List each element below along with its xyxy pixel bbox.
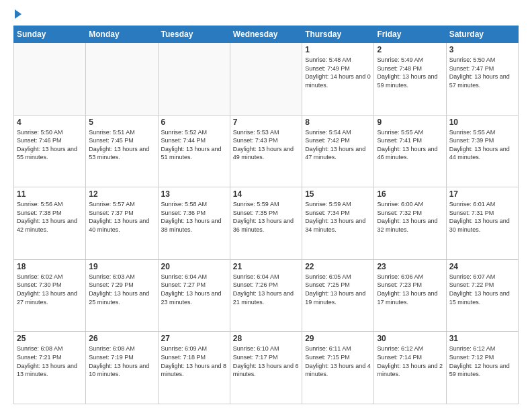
calendar-cell: 14Sunrise: 5:59 AMSunset: 7:35 PMDayligh…: [230, 187, 302, 260]
calendar-cell: 21Sunrise: 6:04 AMSunset: 7:26 PMDayligh…: [230, 259, 302, 332]
day-number: 17: [449, 189, 515, 199]
calendar-cell: 26Sunrise: 6:08 AMSunset: 7:19 PMDayligh…: [86, 332, 158, 404]
week-row-1: 4Sunrise: 5:50 AMSunset: 7:46 PMDaylight…: [14, 115, 519, 187]
calendar-cell: 9Sunrise: 5:55 AMSunset: 7:41 PMDaylight…: [374, 115, 446, 187]
calendar-cell: 13Sunrise: 5:58 AMSunset: 7:36 PMDayligh…: [158, 187, 230, 260]
calendar-cell: 15Sunrise: 5:59 AMSunset: 7:34 PMDayligh…: [302, 187, 374, 260]
day-info: Sunrise: 6:06 AMSunset: 7:23 PMDaylight:…: [377, 273, 443, 306]
day-number: 16: [377, 189, 443, 199]
day-header-tuesday: Tuesday: [158, 26, 230, 43]
day-number: 18: [17, 262, 83, 271]
day-number: 26: [89, 334, 154, 343]
day-info: Sunrise: 6:00 AMSunset: 7:32 PMDaylight:…: [377, 200, 443, 234]
calendar-cell: [158, 43, 230, 116]
logo: [13, 12, 21, 19]
day-number: 28: [233, 334, 299, 343]
page: SundayMondayTuesdayWednesdayThursdayFrid…: [0, 0, 532, 411]
day-header-wednesday: Wednesday: [230, 26, 302, 43]
day-info: Sunrise: 5:48 AMSunset: 7:49 PMDaylight:…: [305, 56, 371, 89]
day-info: Sunrise: 5:55 AMSunset: 7:41 PMDaylight:…: [377, 128, 443, 162]
calendar-cell: 11Sunrise: 5:56 AMSunset: 7:38 PMDayligh…: [14, 187, 86, 260]
day-number: 9: [377, 118, 443, 127]
day-info: Sunrise: 6:12 AMSunset: 7:12 PMDaylight:…: [449, 345, 515, 378]
day-number: 7: [233, 118, 299, 127]
day-number: 12: [89, 189, 154, 199]
calendar-cell: 16Sunrise: 6:00 AMSunset: 7:32 PMDayligh…: [374, 187, 446, 260]
day-number: 14: [233, 189, 299, 199]
calendar-cell: 3Sunrise: 5:50 AMSunset: 7:47 PMDaylight…: [446, 43, 518, 116]
day-number: 6: [161, 118, 227, 127]
day-header-friday: Friday: [374, 26, 446, 43]
day-info: Sunrise: 5:50 AMSunset: 7:47 PMDaylight:…: [449, 56, 515, 89]
calendar-cell: 19Sunrise: 6:03 AMSunset: 7:29 PMDayligh…: [86, 259, 158, 332]
day-number: 8: [305, 118, 371, 127]
calendar-cell: 10Sunrise: 5:55 AMSunset: 7:39 PMDayligh…: [446, 115, 518, 187]
day-info: Sunrise: 6:10 AMSunset: 7:17 PMDaylight:…: [233, 345, 299, 378]
day-number: 21: [233, 262, 299, 271]
day-info: Sunrise: 5:58 AMSunset: 7:36 PMDaylight:…: [161, 200, 227, 234]
day-info: Sunrise: 6:05 AMSunset: 7:25 PMDaylight:…: [305, 273, 371, 306]
day-number: 24: [449, 262, 515, 271]
calendar-cell: [230, 43, 302, 116]
day-header-saturday: Saturday: [446, 26, 518, 43]
day-info: Sunrise: 6:09 AMSunset: 7:18 PMDaylight:…: [161, 345, 227, 378]
day-number: 1: [305, 45, 371, 54]
day-info: Sunrise: 5:55 AMSunset: 7:39 PMDaylight:…: [449, 128, 515, 162]
day-number: 27: [161, 334, 227, 343]
day-number: 19: [89, 262, 154, 271]
day-number: 20: [161, 262, 227, 271]
calendar-cell: 31Sunrise: 6:12 AMSunset: 7:12 PMDayligh…: [446, 332, 518, 404]
day-number: 4: [17, 118, 83, 127]
day-info: Sunrise: 5:53 AMSunset: 7:43 PMDaylight:…: [233, 128, 299, 162]
day-number: 10: [449, 118, 515, 127]
calendar-cell: 18Sunrise: 6:02 AMSunset: 7:30 PMDayligh…: [14, 259, 86, 332]
day-number: 30: [377, 334, 443, 343]
day-info: Sunrise: 6:04 AMSunset: 7:26 PMDaylight:…: [233, 273, 299, 306]
day-number: 2: [377, 45, 443, 54]
calendar-cell: 7Sunrise: 5:53 AMSunset: 7:43 PMDaylight…: [230, 115, 302, 187]
day-info: Sunrise: 6:11 AMSunset: 7:15 PMDaylight:…: [305, 345, 371, 378]
calendar-cell: 8Sunrise: 5:54 AMSunset: 7:42 PMDaylight…: [302, 115, 374, 187]
calendar-cell: [86, 43, 158, 116]
day-info: Sunrise: 5:52 AMSunset: 7:44 PMDaylight:…: [161, 128, 227, 162]
week-row-4: 25Sunrise: 6:08 AMSunset: 7:21 PMDayligh…: [14, 332, 519, 404]
calendar-cell: 23Sunrise: 6:06 AMSunset: 7:23 PMDayligh…: [374, 259, 446, 332]
calendar-cell: 4Sunrise: 5:50 AMSunset: 7:46 PMDaylight…: [14, 115, 86, 187]
calendar-cell: 27Sunrise: 6:09 AMSunset: 7:18 PMDayligh…: [158, 332, 230, 404]
calendar-cell: 22Sunrise: 6:05 AMSunset: 7:25 PMDayligh…: [302, 259, 374, 332]
calendar-cell: 24Sunrise: 6:07 AMSunset: 7:22 PMDayligh…: [446, 259, 518, 332]
day-info: Sunrise: 5:57 AMSunset: 7:37 PMDaylight:…: [89, 200, 154, 234]
week-row-3: 18Sunrise: 6:02 AMSunset: 7:30 PMDayligh…: [14, 259, 519, 332]
calendar-cell: 2Sunrise: 5:49 AMSunset: 7:48 PMDaylight…: [374, 43, 446, 116]
day-number: 25: [17, 334, 83, 343]
calendar-cell: 6Sunrise: 5:52 AMSunset: 7:44 PMDaylight…: [158, 115, 230, 187]
day-info: Sunrise: 6:02 AMSunset: 7:30 PMDaylight:…: [17, 273, 83, 306]
day-info: Sunrise: 5:56 AMSunset: 7:38 PMDaylight:…: [17, 200, 83, 234]
week-row-0: 1Sunrise: 5:48 AMSunset: 7:49 PMDaylight…: [14, 43, 519, 116]
calendar-cell: 25Sunrise: 6:08 AMSunset: 7:21 PMDayligh…: [14, 332, 86, 404]
day-info: Sunrise: 5:59 AMSunset: 7:34 PMDaylight:…: [305, 200, 371, 234]
day-info: Sunrise: 5:54 AMSunset: 7:42 PMDaylight:…: [305, 128, 371, 162]
day-info: Sunrise: 6:12 AMSunset: 7:14 PMDaylight:…: [377, 345, 443, 378]
day-number: 3: [449, 45, 515, 54]
day-info: Sunrise: 5:59 AMSunset: 7:35 PMDaylight:…: [233, 200, 299, 234]
calendar-cell: 28Sunrise: 6:10 AMSunset: 7:17 PMDayligh…: [230, 332, 302, 404]
day-number: 13: [161, 189, 227, 199]
day-number: 5: [89, 118, 154, 127]
week-row-2: 11Sunrise: 5:56 AMSunset: 7:38 PMDayligh…: [14, 187, 519, 260]
calendar-cell: 29Sunrise: 6:11 AMSunset: 7:15 PMDayligh…: [302, 332, 374, 404]
day-number: 15: [305, 189, 371, 199]
day-number: 29: [305, 334, 371, 343]
day-header-monday: Monday: [86, 26, 158, 43]
day-number: 22: [305, 262, 371, 271]
day-info: Sunrise: 5:50 AMSunset: 7:46 PMDaylight:…: [17, 128, 83, 162]
day-number: 31: [449, 334, 515, 343]
calendar-cell: 12Sunrise: 5:57 AMSunset: 7:37 PMDayligh…: [86, 187, 158, 260]
header-row: SundayMondayTuesdayWednesdayThursdayFrid…: [14, 26, 519, 43]
calendar-cell: 17Sunrise: 6:01 AMSunset: 7:31 PMDayligh…: [446, 187, 518, 260]
day-info: Sunrise: 5:49 AMSunset: 7:48 PMDaylight:…: [377, 56, 443, 89]
calendar-table: SundayMondayTuesdayWednesdayThursdayFrid…: [13, 26, 519, 404]
calendar-cell: 5Sunrise: 5:51 AMSunset: 7:45 PMDaylight…: [86, 115, 158, 187]
day-info: Sunrise: 6:07 AMSunset: 7:22 PMDaylight:…: [449, 273, 515, 306]
day-info: Sunrise: 6:04 AMSunset: 7:27 PMDaylight:…: [161, 273, 227, 306]
